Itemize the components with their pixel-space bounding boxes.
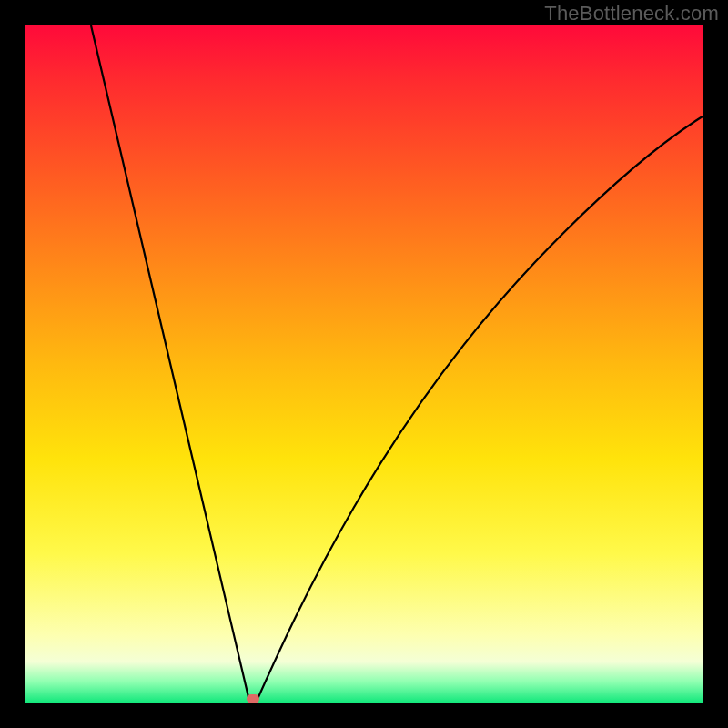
curve-path [91,25,703,701]
minimum-marker [247,694,259,703]
watermark-text: TheBottleneck.com [544,2,719,25]
chart-frame: TheBottleneck.com [0,0,728,728]
plot-area [25,25,703,703]
bottleneck-curve [25,25,703,703]
